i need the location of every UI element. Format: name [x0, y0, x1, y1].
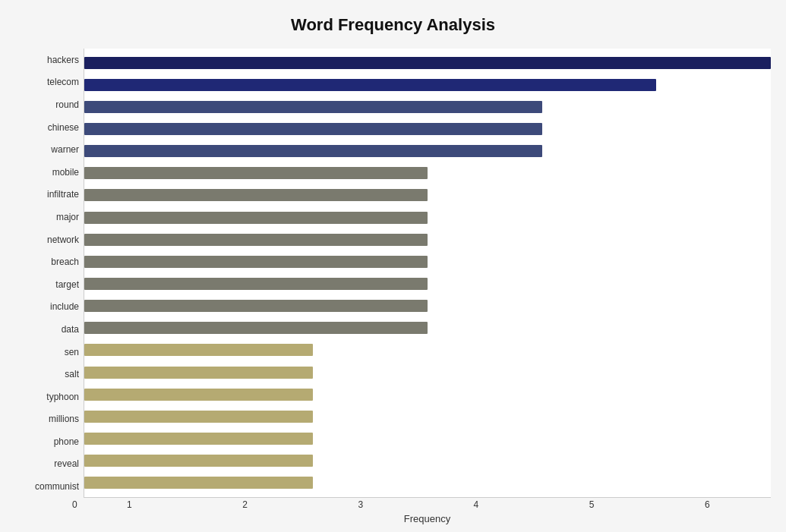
bar [84, 389, 313, 401]
y-label: chinese [48, 123, 79, 132]
bar-row [84, 165, 771, 181]
bar [84, 101, 542, 113]
bar-row [84, 364, 771, 381]
bar-row [84, 275, 771, 292]
bar [84, 411, 313, 423]
bar-row [84, 430, 771, 447]
y-label: phone [54, 437, 79, 446]
bar [84, 212, 428, 224]
bar [84, 167, 428, 179]
bar-row [84, 320, 771, 336]
y-label: round [55, 100, 79, 109]
x-tick: 5 [529, 499, 655, 510]
y-label: warner [51, 145, 79, 154]
x-tick: 3 [297, 499, 424, 510]
x-tick: 1 [66, 499, 193, 510]
bar-row [84, 452, 771, 469]
bar [84, 123, 542, 135]
bar [84, 57, 771, 69]
y-label: communist [35, 482, 79, 491]
y-label: telecom [47, 77, 79, 87]
bar-row [84, 209, 771, 226]
y-label: infiltrate [47, 190, 79, 199]
y-label: data [62, 325, 79, 334]
chart-title: Word Frequency Analysis [15, 15, 771, 35]
y-label: typhoon [46, 392, 79, 401]
y-axis-labels: hackerstelecomroundchinesewarnermobilein… [15, 49, 84, 498]
bar [84, 433, 313, 445]
bar-row [84, 231, 771, 248]
plot-wrapper: hackerstelecomroundchinesewarnermobilein… [15, 49, 771, 498]
y-label: major [56, 212, 79, 222]
bar [84, 256, 428, 268]
bar [84, 79, 656, 91]
bar [84, 300, 428, 312]
x-tick: 6 [644, 499, 771, 510]
x-axis-ticks: 0123456 [84, 499, 771, 510]
bar-row [84, 386, 771, 403]
bar-row [84, 55, 771, 71]
y-label: target [55, 280, 79, 289]
bars-area [84, 49, 771, 498]
bar [84, 344, 313, 356]
y-label: include [50, 302, 79, 311]
bar [84, 234, 428, 246]
bar-row [84, 99, 771, 115]
y-label: network [47, 235, 79, 244]
bar-row [84, 77, 771, 93]
bar [84, 322, 428, 334]
x-axis-wrapper: 0123456 [84, 499, 771, 510]
y-label: salt [65, 370, 79, 379]
bar [84, 477, 313, 489]
bar [84, 455, 313, 467]
bar [84, 145, 542, 157]
chart-area: hackerstelecomroundchinesewarnermobilein… [15, 49, 771, 524]
bar-row [84, 187, 771, 203]
bar-row [84, 342, 771, 358]
y-label: reveal [54, 459, 79, 468]
y-label: breach [51, 257, 79, 266]
bar-row [84, 297, 771, 314]
bar [84, 278, 428, 290]
y-label: sen [65, 348, 79, 357]
y-label: hackers [47, 55, 79, 65]
x-tick: 2 [182, 499, 308, 510]
x-axis-title: Frequency [84, 513, 771, 524]
bar [84, 367, 313, 379]
y-label: mobile [52, 168, 79, 177]
bar-row [84, 121, 771, 137]
bar-row [84, 474, 771, 491]
bar-row [84, 253, 771, 270]
x-tick: 4 [412, 499, 539, 510]
bar-row [84, 143, 771, 159]
chart-container: Word Frequency Analysis hackerstelecomro… [0, 0, 786, 532]
bar [84, 189, 428, 201]
y-label: millions [49, 414, 79, 423]
bar-row [84, 408, 771, 425]
